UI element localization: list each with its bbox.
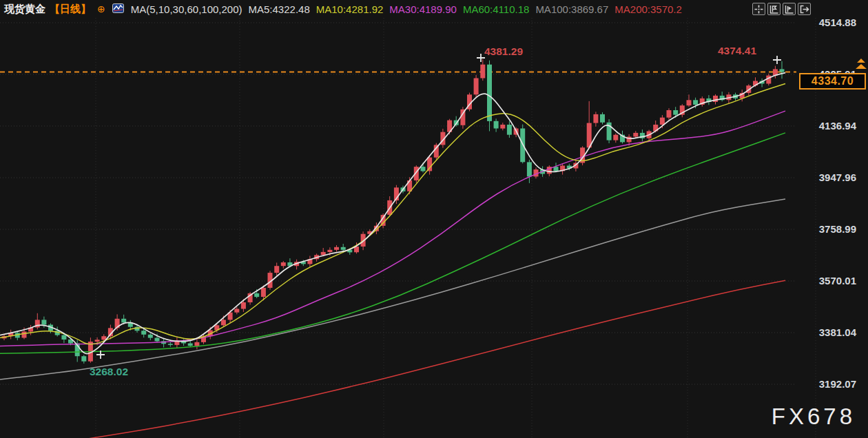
candlestick-chart[interactable]: 4514.884325.914136.943947.963758.993570.…	[0, 0, 868, 438]
ma200-value: MA200:3570.2	[614, 3, 682, 15]
ma-line-ma100	[0, 199, 785, 379]
price-annotation: 4381.29	[484, 45, 523, 57]
y-axis-label: 4514.88	[819, 17, 856, 28]
y-axis-label: 3758.99	[819, 223, 856, 235]
y-axis-label: 3192.07	[819, 378, 856, 390]
ma30-value: MA30:4189.90	[389, 3, 457, 15]
price-annotation: 3268.02	[90, 366, 128, 377]
instrument-title: 现货黄金	[4, 3, 45, 16]
ma5-value: MA5:4322.48	[249, 3, 310, 15]
crosshair-tool-button[interactable]	[752, 3, 765, 15]
trading-chart-app: 4514.884325.914136.943947.963758.993570.…	[0, 0, 868, 438]
ma10-value: MA10:4281.92	[316, 3, 384, 15]
flag-chart-tool-button[interactable]	[767, 3, 781, 15]
ma100-value: MA100:3869.67	[535, 3, 608, 15]
flag-solid-chart-tool-button[interactable]	[783, 3, 796, 15]
price-annotation: 4374.41	[718, 45, 756, 56]
price-up-arrow-marker	[856, 59, 867, 69]
add-indicator-icon[interactable]: ⊕	[97, 3, 105, 14]
ma-line-ma10	[0, 84, 785, 344]
export-arrow-tool-button[interactable]	[798, 3, 811, 15]
mini-chart-icon	[112, 3, 124, 15]
extreme-cross-marker	[773, 56, 781, 64]
watermark-logo: FX678	[772, 404, 856, 430]
y-axis-label: 4136.94	[819, 120, 857, 132]
annotations: 4381.294374.413268.02	[90, 45, 867, 377]
current-price-tag[interactable]: 4334.70	[799, 73, 866, 90]
y-axis-label: 3570.01	[819, 275, 856, 286]
chart-toolbar	[752, 3, 811, 15]
ma-lines	[0, 73, 785, 438]
y-axis-label: 3947.96	[819, 171, 856, 183]
chart-header: 现货黄金 【日线】 ⊕ MA(5,10,30,60,100,200) MA5:4…	[0, 0, 868, 18]
ma60-value: MA60:4110.18	[463, 3, 529, 15]
indicator-label[interactable]: MA(5,10,30,60,100,200)	[131, 3, 242, 15]
candles	[2, 59, 785, 364]
ma-line-ma30	[0, 111, 785, 346]
period-label[interactable]: 【日线】	[50, 3, 91, 16]
y-axis-label: 3381.04	[819, 326, 857, 338]
ma-line-ma200	[86, 280, 785, 438]
